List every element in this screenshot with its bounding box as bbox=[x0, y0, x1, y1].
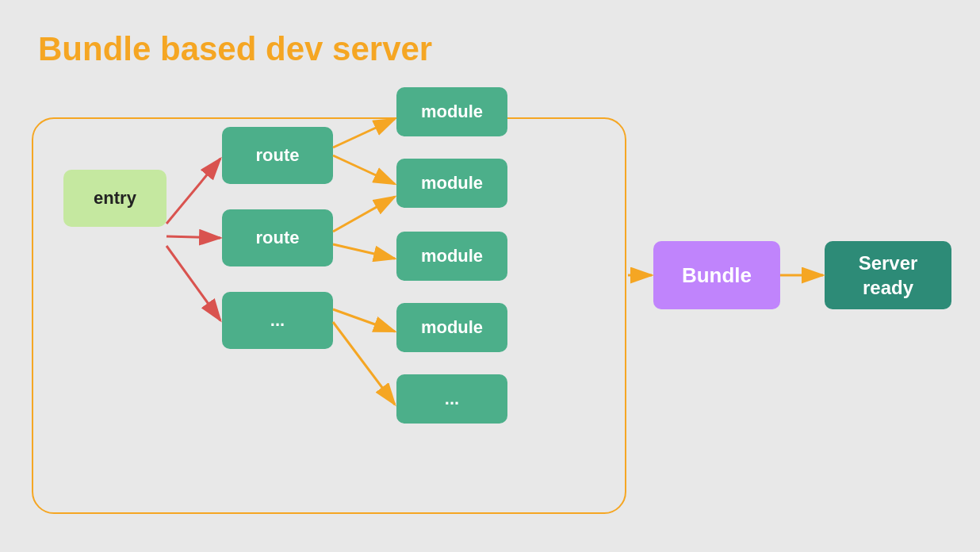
node-bundle: Bundle bbox=[653, 241, 780, 309]
node-module3: module bbox=[396, 232, 507, 281]
node-dots2: ... bbox=[396, 374, 507, 424]
node-server-ready: Serverready bbox=[825, 241, 951, 309]
node-module4: module bbox=[396, 303, 507, 352]
node-route1: route bbox=[222, 127, 333, 184]
page-title: Bundle based dev server bbox=[38, 30, 432, 68]
node-route2: route bbox=[222, 209, 333, 266]
node-entry: entry bbox=[63, 170, 167, 227]
node-dots1: ... bbox=[222, 292, 333, 349]
node-module1: module bbox=[396, 87, 507, 136]
node-module2: module bbox=[396, 159, 507, 208]
